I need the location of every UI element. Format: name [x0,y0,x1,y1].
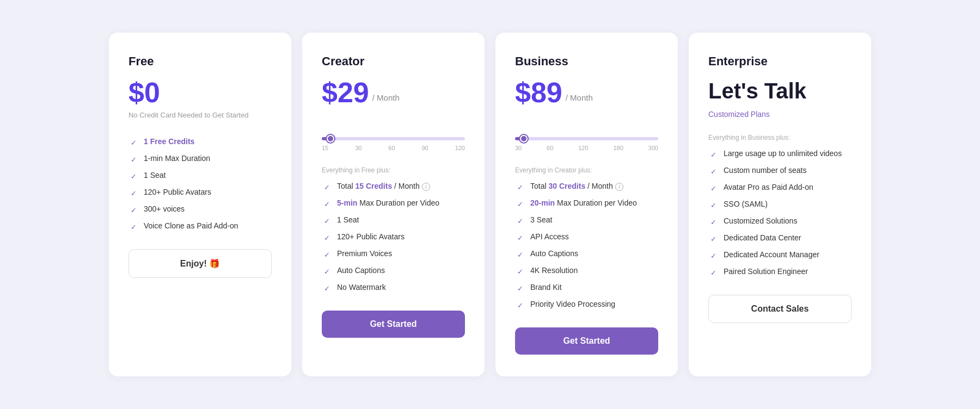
feature-item: ✓Auto Captions [322,266,465,276]
slider-track[interactable] [322,137,465,140]
cta-button[interactable]: Contact Sales [708,295,852,323]
feature-text: 20-min Max Duration per Video [530,199,637,207]
feature-item: ✓300+ voices [128,205,272,215]
info-icon: i [615,183,623,191]
feature-highlight: 1 Free Credits [144,137,194,146]
plan-card-creator: Creator$29/ Month15306090120Everything i… [302,33,485,376]
check-icon: ✓ [128,171,138,181]
check-icon: ✓ [515,250,525,259]
check-icon: ✓ [515,199,525,209]
feature-text: Priority Video Processing [530,300,615,308]
check-icon: ✓ [708,217,718,227]
check-icon: ✓ [515,300,525,310]
check-icon: ✓ [322,216,332,226]
price-note: No Credit Card Needed to Get Started [128,111,272,122]
feature-text: Custom number of seats [724,166,807,175]
plan-card-enterprise: EnterpriseLet's TalkCustomized PlansEver… [689,33,871,376]
feature-text: Premium Voices [337,249,392,258]
price-amount: 29 [338,78,369,107]
price-dollar: $ [515,78,531,107]
feature-text: 3 Seat [530,215,552,224]
feature-item: ✓120+ Public Avatars [322,232,465,243]
feature-text: Auto Captions [337,266,385,275]
check-icon: ✓ [322,199,332,209]
feature-text: SSO (SAML) [724,200,768,208]
feature-item: ✓Avatar Pro as Paid Add-on [708,183,852,193]
slider-label: 300 [648,145,658,151]
slider-label: 60 [388,145,395,151]
feature-list: ✓1 Free Credits✓1-min Max Duration✓1 Sea… [128,137,272,232]
slider-label: 90 [421,145,428,151]
customized-plans: Customized Plans [708,110,852,119]
feature-item: ✓20-min Max Duration per Video [515,199,658,209]
feature-item: ✓Large usage up to unlimited videos [708,149,852,159]
cta-button[interactable]: Enjoy! 🎁 [128,249,272,278]
price-amount: 89 [531,78,562,107]
feature-item: ✓No Watermark [322,283,465,293]
section-label: Everything in Business plus: [708,134,852,141]
feature-text: Avatar Pro as Paid Add-on [724,183,813,191]
feature-highlight: 20-min [530,199,555,207]
feature-item: ✓Premium Voices [322,249,465,259]
slider-labels: 15306090120 [322,145,465,151]
check-icon: ✓ [708,150,718,159]
slider-label: 60 [547,145,553,151]
price-dollar: $ [322,78,338,107]
feature-item: ✓Brand Kit [515,283,658,293]
plan-title: Business [515,54,658,69]
check-icon: ✓ [322,267,332,276]
feature-text: Total 15 Credits / Monthi [337,182,430,191]
slider-label: 15 [322,145,328,151]
check-icon: ✓ [708,200,718,210]
plan-card-free: Free$0No Credit Card Needed to Get Start… [109,33,291,376]
cta-button[interactable]: Get Started [322,311,465,338]
plan-card-business: Business$89/ Month3060120180300Everythin… [495,33,678,376]
slider-label: 180 [613,145,623,151]
feature-item: ✓4K Resolution [515,266,658,276]
check-icon: ✓ [128,188,138,198]
price-note [515,111,658,122]
feature-item: ✓Total 30 Credits / Monthi [515,182,658,192]
feature-highlight: 30 Credits [548,182,585,190]
feature-list: ✓Large usage up to unlimited videos✓Cust… [708,149,852,277]
feature-text: 1 Seat [337,215,359,224]
check-icon: ✓ [708,166,718,176]
feature-item: ✓Voice Clone as Paid Add-on [128,221,272,232]
feature-text: 1 Seat [144,171,166,179]
feature-item: ✓120+ Public Avatars [128,188,272,198]
pricing-grid: Free$0No Credit Card Needed to Get Start… [109,33,871,376]
slider-track[interactable] [515,137,658,140]
slider-labels: 3060120180300 [515,145,658,151]
feature-text: 120+ Public Avatars [144,188,211,196]
check-icon: ✓ [128,222,138,232]
feature-item: ✓3 Seat [515,215,658,226]
slider-thumb [520,135,528,142]
feature-highlight: 5-min [337,199,357,207]
feature-text: 1-min Max Duration [144,154,210,163]
feature-text: Paired Solution Engineer [724,267,808,276]
check-icon: ✓ [515,233,525,243]
feature-text: 5-min Max Duration per Video [337,199,439,207]
feature-item: ✓5-min Max Duration per Video [322,199,465,209]
check-icon: ✓ [128,138,138,147]
feature-item: ✓SSO (SAML) [708,200,852,210]
check-icon: ✓ [708,234,718,244]
feature-text: 120+ Public Avatars [337,232,405,241]
feature-item: ✓Custom number of seats [708,166,852,176]
price-row: $29/ Month [322,78,465,107]
feature-item: ✓1 Seat [128,171,272,181]
check-icon: ✓ [515,216,525,226]
slider-thumb [327,135,334,142]
check-icon: ✓ [515,182,525,192]
check-icon: ✓ [515,267,525,276]
feature-text: 4K Resolution [530,266,578,275]
info-icon: i [422,183,430,191]
credits-slider-section: 3060120180300 [515,137,658,151]
price-dollar: $ [128,78,144,107]
cta-button[interactable]: Get Started [515,327,658,355]
plan-title: Creator [322,54,465,69]
check-icon: ✓ [322,233,332,243]
feature-text: Dedicated Data Center [724,233,801,242]
feature-text: Customized Solutions [724,216,797,225]
feature-item: ✓1 Seat [322,215,465,226]
